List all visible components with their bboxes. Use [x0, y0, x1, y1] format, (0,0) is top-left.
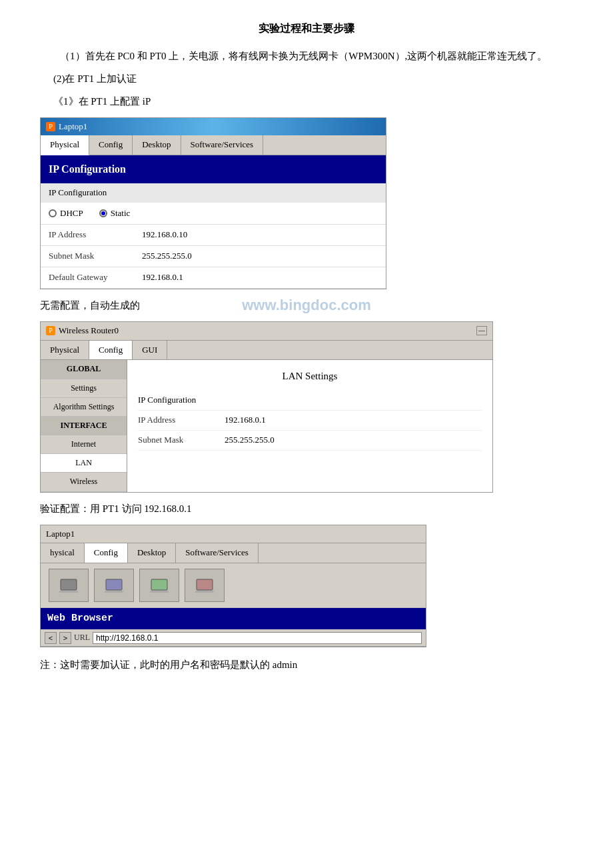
laptop2-icon-3[interactable] [139, 569, 179, 602]
router-subnet-row: Subnet Mask 255.255.255.0 [138, 431, 482, 451]
router-titlebar: P Wireless Router0 — [41, 322, 492, 341]
web-browser-title: Web Browser [41, 608, 426, 629]
router-nav: GLOBAL Settings Algorithm Settings INTER… [41, 360, 127, 491]
router-tab-gui[interactable]: GUI [133, 341, 167, 360]
svg-rect-1 [59, 591, 78, 593]
svg-rect-2 [106, 579, 122, 590]
router-subnet-label: Subnet Mask [138, 433, 225, 447]
svg-rect-4 [151, 579, 167, 590]
paragraph-2: (2)在 PT1 上加认证 [40, 71, 573, 87]
url-input[interactable] [93, 632, 422, 644]
dhcp-radio-circle [49, 209, 57, 217]
laptop2-icon-2[interactable] [94, 569, 134, 602]
laptop1-titlebar: P Laptop1 [41, 118, 386, 136]
tab-software[interactable]: Software/Services [181, 135, 264, 155]
verify-label: 验证配置：用 PT1 访问 192.168.0.1 [40, 501, 573, 517]
router-ip-config-label-row: IP Configuration [138, 391, 482, 411]
browser-url-bar: < > URL [41, 629, 426, 647]
svg-rect-7 [195, 591, 214, 593]
ip-config-header: IP Configuration [41, 155, 386, 183]
laptop2-tab-config[interactable]: Config [85, 543, 128, 563]
static-label: Static [111, 207, 131, 221]
router-content: LAN Settings IP Configuration IP Address… [127, 360, 492, 491]
router-title-left: P Wireless Router0 [46, 324, 119, 338]
note2: 注：这时需要加认证，此时的用户名和密码是默认的 admin [40, 657, 573, 673]
gateway-row: Default Gateway 192.168.0.1 [41, 267, 386, 289]
router-body: GLOBAL Settings Algorithm Settings INTER… [41, 360, 492, 491]
router-subnet-value: 255.255.255.0 [225, 433, 275, 447]
svg-rect-3 [105, 591, 123, 593]
nav-global: GLOBAL [41, 360, 127, 379]
paragraph-3: 《1》在 PT1 上配置 iP [40, 93, 573, 109]
url-label: URL [74, 631, 90, 644]
subnet-mask-value: 255.255.255.0 [142, 249, 192, 263]
nav-interface: INTERFACE [41, 417, 127, 435]
laptop2-window: Laptop1 hysical Config Desktop Software/… [40, 525, 426, 648]
laptop2-tab-software[interactable]: Software/Services [176, 543, 259, 563]
router-ip-value: 192.168.0.1 [225, 413, 266, 427]
router-ip-config-label: IP Configuration [138, 393, 196, 407]
nav-wireless[interactable]: Wireless [41, 473, 127, 491]
nav-internet[interactable]: Internet [41, 435, 127, 454]
router-minimize-btn[interactable]: — [476, 326, 487, 335]
dhcp-radio[interactable]: DHCP [49, 207, 83, 221]
router-ip-address-row: IP Address 192.168.0.1 [138, 411, 482, 431]
router-tab-physical[interactable]: Physical [41, 341, 89, 360]
static-radio-circle [99, 209, 107, 217]
nav-settings[interactable]: Settings [41, 379, 127, 398]
svg-rect-5 [150, 591, 169, 593]
laptop-icon: P [46, 122, 55, 131]
ip-address-row: IP Address 192.168.0.10 [41, 225, 386, 246]
ip-mode-row: DHCP Static [41, 203, 386, 225]
router-window: P Wireless Router0 — Physical Config GUI… [40, 321, 493, 493]
dhcp-label: DHCP [60, 207, 83, 221]
gateway-value: 192.168.0.1 [142, 271, 183, 285]
watermark-area: 无需配置，自动生成的 www.bingdoc.com [40, 297, 573, 313]
laptop1-tabs: Physical Config Desktop Software/Service… [41, 135, 386, 155]
laptop2-icons-row [41, 563, 426, 608]
lan-settings-title: LAN Settings [138, 368, 482, 384]
nav-algorithm-settings[interactable]: Algorithm Settings [41, 398, 127, 417]
laptop2-icon-1[interactable] [49, 569, 89, 602]
tab-physical[interactable]: Physical [41, 135, 89, 155]
nav-lan[interactable]: LAN [41, 454, 127, 473]
svg-rect-0 [61, 579, 77, 590]
router-icon: P [46, 326, 55, 335]
laptop2-icon-4[interactable] [185, 569, 225, 602]
laptop1-window: P Laptop1 Physical Config Desktop Softwa… [40, 117, 386, 289]
laptop2-tabs: hysical Config Desktop Software/Services [41, 543, 426, 563]
subnet-mask-label: Subnet Mask [49, 249, 142, 263]
page-title: 实验过程和主要步骤 [40, 20, 573, 37]
router-title: Wireless Router0 [59, 324, 119, 338]
gateway-label: Default Gateway [49, 271, 142, 285]
router-tabs: Physical Config GUI [41, 341, 492, 361]
laptop2-title: Laptop1 [46, 527, 75, 541]
laptop2-tab-physical[interactable]: hysical [41, 543, 85, 563]
ip-address-label: IP Address [49, 228, 142, 242]
ip-config-subheader: IP Configuration [41, 183, 386, 203]
tab-desktop[interactable]: Desktop [133, 135, 181, 155]
ip-address-value: 192.168.0.10 [142, 228, 187, 242]
laptop1-title: Laptop1 [59, 120, 87, 134]
laptop1-content: IP Configuration IP Configuration DHCP S… [41, 155, 386, 289]
browser-back-btn[interactable]: < [45, 632, 57, 644]
note1: 无需配置，自动生成的 [40, 297, 573, 313]
router-ip-label: IP Address [138, 413, 225, 427]
laptop2-titlebar: Laptop1 [41, 525, 426, 544]
paragraph-1: （1）首先在 PC0 和 PT0 上，关电源，将有线网卡换为无线网卡（WPM30… [40, 48, 573, 64]
static-radio[interactable]: Static [99, 207, 131, 221]
subnet-mask-row: Subnet Mask 255.255.255.0 [41, 246, 386, 267]
browser-forward-btn[interactable]: > [59, 632, 71, 644]
tab-config[interactable]: Config [89, 135, 133, 155]
router-tab-config[interactable]: Config [89, 341, 133, 360]
laptop2-tab-desktop[interactable]: Desktop [128, 543, 176, 563]
svg-rect-6 [197, 579, 213, 590]
